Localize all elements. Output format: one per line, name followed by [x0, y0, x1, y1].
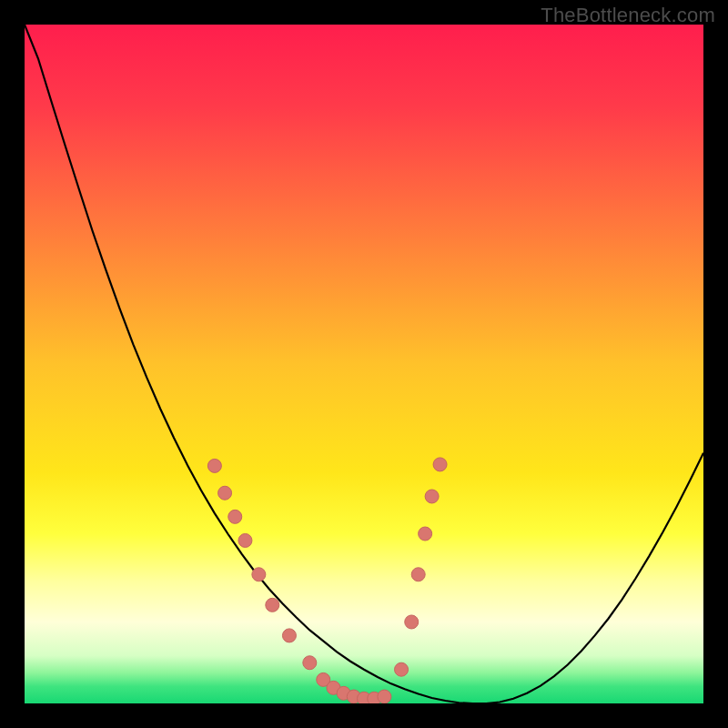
marker-point [419, 527, 432, 541]
marker-point [218, 486, 232, 500]
watermark-text: TheBottleneck.com [541, 4, 715, 27]
marker-point [405, 615, 419, 629]
marker-point [303, 656, 317, 670]
marker-point [395, 662, 409, 676]
chart-frame: TheBottleneck.com [0, 0, 728, 728]
marker-point [266, 598, 279, 612]
chart-svg [25, 25, 703, 703]
marker-point [378, 690, 391, 703]
marker-point [425, 490, 439, 503]
marker-point [228, 510, 242, 523]
marker-point [433, 458, 447, 471]
plot-area [25, 25, 703, 703]
gradient-background [25, 25, 703, 703]
marker-point [252, 568, 266, 581]
marker-point [282, 629, 296, 642]
marker-point [411, 568, 425, 581]
marker-point [207, 459, 221, 472]
marker-point [238, 533, 252, 547]
